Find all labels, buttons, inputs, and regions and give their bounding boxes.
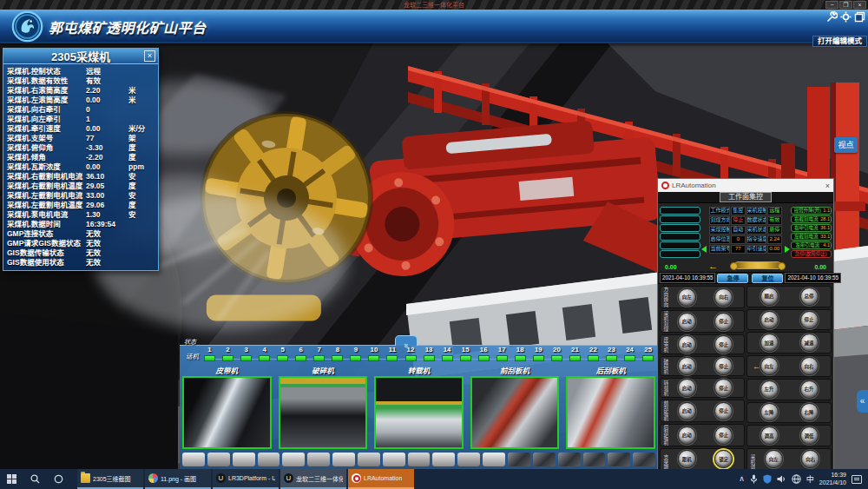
channel-indicator[interactable]: 15 — [457, 346, 475, 365]
wrench-tool-icon[interactable] — [826, 11, 838, 23]
filmstrip-item[interactable] — [332, 453, 355, 466]
telemetry-button[interactable]: 左牵引电流4.1 — [791, 241, 832, 249]
camera-feed[interactable]: 皮带机 — [182, 366, 272, 449]
channel-indicator[interactable]: 11 — [383, 346, 401, 365]
filmstrip-item[interactable] — [408, 453, 431, 466]
control-button[interactable]: 启动 — [678, 357, 696, 375]
control-button[interactable]: 左降 — [760, 403, 779, 421]
control-button[interactable]: 停止 — [714, 402, 733, 420]
taskbar-item[interactable]: 11.png - 画图 — [145, 469, 211, 489]
filmstrip-item[interactable] — [583, 453, 606, 466]
channel-indicator[interactable]: 24 — [621, 346, 639, 365]
taskbar-item[interactable]: LRAutomation — [348, 469, 414, 489]
control-button[interactable]: 停止 — [714, 313, 733, 331]
filmstrip-item[interactable] — [233, 453, 255, 466]
camera-feed[interactable]: 前刮板机 — [470, 366, 560, 449]
filmstrip-item[interactable] — [558, 453, 581, 466]
control-button[interactable]: 向右 — [801, 450, 819, 468]
security-shield-icon[interactable] — [763, 474, 772, 484]
channel-indicator[interactable]: 4 — [255, 346, 273, 365]
mode-button[interactable] — [660, 233, 700, 241]
mode-button[interactable] — [660, 215, 700, 223]
mode-button[interactable] — [660, 250, 700, 258]
telemetry-button[interactable]: 摇臂升降(开)1.1 — [791, 207, 832, 215]
close-icon[interactable]: × — [825, 182, 830, 190]
control-button[interactable]: 停止 — [714, 335, 733, 354]
control-button[interactable]: 锁定 — [714, 450, 733, 468]
filmstrip-item[interactable] — [383, 453, 405, 466]
control-button[interactable]: 停止 — [714, 357, 733, 375]
estop-button[interactable]: 急停 — [717, 274, 748, 283]
control-button[interactable]: 右降 — [800, 403, 819, 421]
control-button[interactable]: 左升 — [760, 380, 779, 399]
open-edit-mode-button[interactable]: 打开编辑模式 — [812, 36, 867, 47]
control-button[interactable]: 启动 — [678, 335, 696, 354]
control-button[interactable]: 停止 — [800, 311, 819, 329]
channel-indicator[interactable]: 18 — [511, 346, 529, 365]
telemetry-button[interactable]: 急停(故障停止) — [791, 250, 832, 258]
taskbar-item[interactable]: LR3DPlatform - U... — [213, 469, 279, 489]
channel-indicator[interactable]: 20 — [548, 346, 566, 365]
channel-indicator[interactable]: 19 — [529, 346, 548, 365]
filmstrip-item[interactable] — [207, 453, 230, 466]
control-button[interactable]: 启动 — [678, 402, 696, 420]
control-button[interactable]: 向右 — [800, 357, 819, 375]
taskbar-item[interactable]: 龙软二三维一体化... — [280, 469, 346, 489]
start-button[interactable] — [0, 469, 23, 489]
control-button[interactable]: 总停 — [800, 287, 819, 306]
notification-center-icon[interactable] — [852, 475, 862, 484]
control-button[interactable]: 顺启 — [760, 287, 779, 306]
filmstrip-item[interactable] — [533, 453, 556, 466]
control-button[interactable]: 向左 — [678, 288, 696, 307]
channel-indicator[interactable]: 3 — [237, 346, 255, 365]
channel-indicator[interactable]: 22 — [584, 346, 602, 365]
mode-button[interactable] — [660, 207, 700, 215]
control-button[interactable]: 启动 — [760, 311, 779, 329]
mode-button[interactable] — [660, 224, 700, 232]
control-button[interactable]: 启动 — [678, 379, 696, 397]
filmstrip-item[interactable] — [282, 453, 305, 466]
ime-indicator[interactable]: 中 — [806, 473, 814, 485]
control-button[interactable]: 启动 — [678, 313, 696, 331]
control-button[interactable]: 向左 — [765, 450, 783, 468]
filmstrip-item[interactable] — [258, 453, 280, 466]
channel-indicator[interactable]: 13 — [420, 346, 438, 365]
channel-indicator[interactable]: 6 — [292, 346, 310, 365]
control-button[interactable]: 跟机 — [678, 450, 696, 468]
filmstrip-item[interactable] — [432, 453, 455, 466]
telemetry-button[interactable]: 左截割电流33.1 — [791, 233, 832, 241]
telemetry-button[interactable]: 右截割电流28.1 — [791, 215, 832, 223]
restore-window-icon[interactable] — [854, 11, 865, 23]
channel-indicator[interactable]: 16 — [475, 346, 493, 365]
control-button[interactable]: 向左 — [760, 357, 779, 375]
channel-indicator[interactable]: 21 — [566, 346, 584, 365]
channel-indicator[interactable]: 2 — [219, 346, 237, 365]
gear-settings-icon[interactable] — [840, 11, 852, 23]
channel-indicator[interactable]: 5 — [273, 346, 292, 365]
tab-workface-control[interactable]: 工作面集控 — [720, 192, 772, 202]
filmstrip-item[interactable] — [307, 453, 330, 466]
minimize-button[interactable]: − — [825, 1, 838, 9]
channel-indicator[interactable]: 17 — [493, 346, 511, 365]
control-button[interactable]: 减速 — [800, 334, 819, 352]
channel-indicator[interactable]: 10 — [365, 346, 383, 365]
filmstrip-item[interactable] — [483, 453, 505, 466]
control-button[interactable]: 右升 — [800, 380, 819, 399]
collapse-strip-button[interactable]: » — [395, 335, 418, 346]
control-button[interactable]: 停止 — [714, 426, 733, 445]
microphone-icon[interactable] — [750, 474, 758, 484]
control-button[interactable]: 调高 — [760, 426, 779, 445]
control-button[interactable]: 启动 — [678, 426, 696, 445]
network-globe-icon[interactable] — [792, 474, 801, 484]
clock[interactable]: 16:392021/4/10 — [819, 472, 846, 486]
tray-expand-icon[interactable]: ∧ — [739, 469, 745, 489]
lra-titlebar[interactable]: LRAutomation × — [658, 179, 833, 192]
channel-indicator[interactable]: 8 — [328, 346, 346, 365]
channel-indicator[interactable]: 12 — [402, 346, 420, 365]
viewpoint-button[interactable]: 视点 — [834, 137, 858, 153]
cortana-button[interactable] — [47, 469, 70, 489]
channel-indicator[interactable]: 7 — [310, 346, 328, 365]
speaker-icon[interactable] — [777, 474, 786, 484]
control-button[interactable]: 停止 — [714, 379, 733, 397]
telemetry-button[interactable]: 右牵引电流36.1 — [791, 224, 832, 232]
